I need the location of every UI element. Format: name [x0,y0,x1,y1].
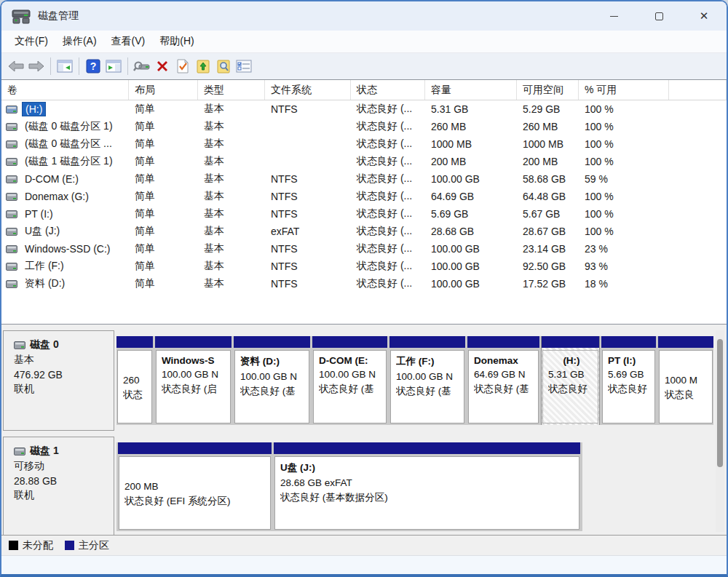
free-space-cell: 58.68 GB [517,173,579,185]
partition-block[interactable]: 260状态 [116,336,153,425]
disk-drive-icon [6,280,17,288]
volume-row[interactable]: (磁盘 1 磁盘分区 1)简单基本状态良好 (...200 MB200 MB10… [1,153,727,170]
menu-view[interactable]: 查看(V) [104,32,153,51]
primary-partition-color-chip [65,541,74,550]
partition-block[interactable]: Windows-S100.00 GB N状态良好 (启 [155,336,232,425]
status-cell: 状态良好 (... [351,103,425,116]
volume-row[interactable]: Donemax (G:)简单基本NTFS状态良好 (...64.69 GB64.… [1,188,727,205]
capacity-cell: 5.69 GB [425,208,517,220]
column-header-volume[interactable]: 卷 [1,80,129,100]
volume-row[interactable]: Windows-SSD (C:)简单基本NTFS状态良好 (...100.00 … [1,240,727,258]
open-icon[interactable] [193,57,213,76]
layout-cell: 简单 [129,138,198,151]
pct-free-cell: 93 % [579,260,669,272]
disk-label-0[interactable]: 磁盘 0基本476.92 GB联机 [3,330,114,431]
type-cell: 基本 [198,190,265,203]
free-space-cell: 5.67 GB [517,208,579,220]
disk-size: 28.88 GB [14,475,114,487]
volume-row[interactable]: D-COM (E:)简单基本NTFS状态良好 (...100.00 GB58.6… [1,170,727,188]
column-header-layout[interactable]: 布局 [129,80,198,100]
layout-cell: 简单 [129,190,198,203]
partition-block[interactable]: 工作 (F:)100.00 GB N状态良好 (基 [389,336,465,425]
disk-name: 磁盘 1 [14,445,114,458]
column-header-free[interactable]: 可用空间 [517,80,579,100]
rescan-disks-icon[interactable] [132,57,152,76]
vertical-scrollbar[interactable] [716,330,724,532]
column-header-status[interactable]: 状态 [351,80,425,100]
disk-label-1[interactable]: 磁盘 1可移动28.88 GB联机 [3,437,114,535]
partition-info-line: 状态良好 (基 [319,383,383,396]
disk-drive-icon [6,228,17,236]
volume-row[interactable]: 工作 (F:)简单基本NTFS状态良好 (...100.00 GB92.50 G… [1,258,727,275]
window-title: 磁盘管理 [38,9,79,23]
status-cell: 状态良好 (... [351,155,425,168]
toolbar-separator [127,57,128,75]
disk-drive-icon [6,106,17,114]
volume-name: D-COM (E:) [22,172,82,186]
minimize-icon [610,16,618,17]
show-console-tree-icon[interactable] [55,57,75,76]
column-header-filesystem[interactable]: 文件系统 [265,80,351,100]
capacity-cell: 28.68 GB [425,226,517,237]
volume-name: (磁盘 0 磁盘分区 1) [22,119,116,134]
menu-file[interactable]: 文件(F) [7,32,55,51]
partition-block[interactable]: 资料 (D:)100.00 GB N状态良好 (基 [234,336,310,425]
type-cell: 基本 [198,155,265,168]
status-cell: 状态良好 (... [351,225,425,238]
partition-color-bar [542,336,599,348]
explore-icon[interactable] [213,57,234,76]
mark-partition-icon[interactable] [173,57,193,76]
partition-block[interactable]: D-COM (E:100.00 GB N状态良好 (基 [312,336,387,425]
pct-free-cell: 100 % [579,226,669,237]
partition-block[interactable]: Donemax64.69 GB N状态良好 (基 [467,336,539,425]
partition-info-line: 5.69 GB [608,369,652,380]
menu-help[interactable]: 帮助(H) [152,32,201,51]
maximize-button[interactable] [636,1,681,31]
partition-block[interactable]: 200 MB状态良好 (EFI 系统分区) [118,442,272,531]
show-action-pane-icon[interactable] [103,57,124,76]
back-icon[interactable] [6,57,26,76]
delete-icon[interactable] [152,57,173,76]
volume-row[interactable]: (H:)简单基本NTFS状态良好 (...5.31 GB5.29 GB100 % [1,100,727,118]
column-header-pct-free[interactable]: % 可用 [579,80,669,100]
partition-info-line: 状态良好 [548,383,595,396]
minimize-button[interactable] [591,1,636,31]
volume-row[interactable]: U盘 (J:)简单基本exFAT状态良好 (...28.68 GB28.67 G… [1,223,727,240]
volume-row[interactable]: (磁盘 0 磁盘分区 1)简单基本状态良好 (...260 MB260 MB10… [1,118,727,135]
layout-cell: 简单 [129,155,198,168]
volume-row[interactable]: (磁盘 0 磁盘分区 ...简单基本状态良好 (...1000 MB1000 M… [1,135,727,153]
volume-name: U盘 (J:) [22,224,63,239]
partition-info-line: 状态良好 (基 [396,385,461,398]
partition-block[interactable]: U盘 (J:)28.68 GB exFAT状态良好 (基本数据分区) [274,442,580,531]
filesystem-cell: NTFS [265,243,351,255]
partition-block[interactable]: 1000 M状态良 [658,336,713,425]
partition-block[interactable]: PT (I:)5.69 GB状态良好 [601,336,656,425]
column-header-type[interactable]: 类型 [198,80,265,100]
disk-band-0: 260状态Windows-S100.00 GB N状态良好 (启资料 (D:)1… [116,336,713,425]
close-button[interactable]: ✕ [681,1,727,31]
pct-free-cell: 100 % [579,103,669,115]
disk-drive-icon [6,158,17,166]
free-space-cell: 28.67 GB [517,226,579,237]
disk-drive-icon [6,263,17,271]
partition-info-line: 1000 M [665,375,709,386]
forward-icon[interactable] [26,57,47,76]
column-header-capacity[interactable]: 容量 [425,80,517,100]
properties-list-icon[interactable] [234,57,254,76]
partition-block[interactable]: (H:)5.31 GB状态良好 [542,336,599,425]
volume-row[interactable]: PT (I:)简单基本NTFS状态良好 (...5.69 GB5.67 GB10… [1,205,727,223]
unallocated-color-chip [9,541,18,550]
menu-action[interactable]: 操作(A) [55,32,104,51]
volume-row[interactable]: 资料 (D:)简单基本NTFS状态良好 (...100.00 GB17.52 G… [1,275,727,293]
scrollbar-thumb[interactable] [717,339,723,467]
volume-cell: (磁盘 0 磁盘分区 1) [1,119,129,134]
help-icon[interactable]: ? [83,57,103,76]
partition-title: (H:) [548,355,595,366]
toolbar-separator [50,57,51,75]
menubar: 文件(F) 操作(A) 查看(V) 帮助(H) [1,31,727,53]
pct-free-cell: 23 % [579,243,669,255]
type-cell: 基本 [198,242,265,255]
status-cell: 状态良好 (... [351,138,425,151]
partition-info-line: 状态良好 (基 [474,383,535,396]
type-cell: 基本 [198,277,265,290]
